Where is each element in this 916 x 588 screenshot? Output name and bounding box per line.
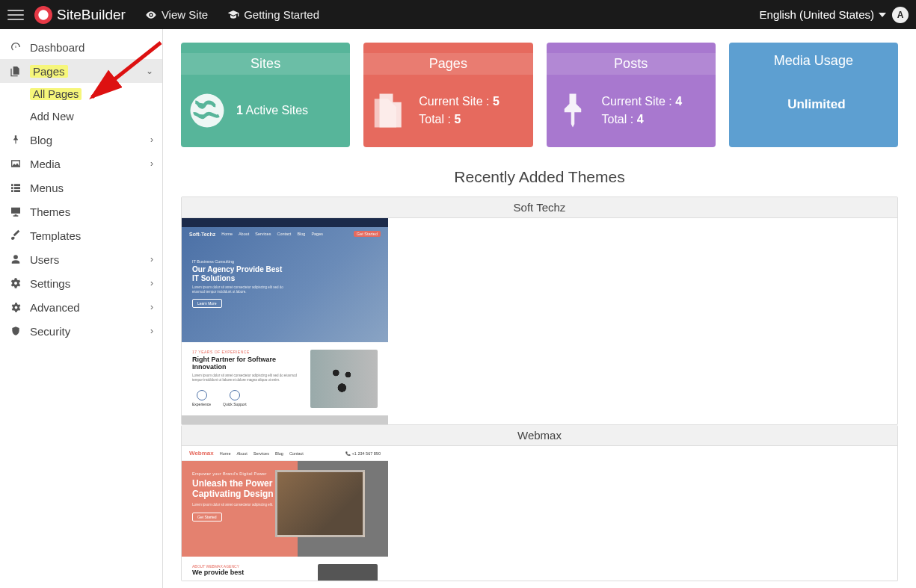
chevron-right-icon: › <box>150 254 153 264</box>
theme-card-webmax[interactable]: Webmax Webmax HomeAboutServicesBlogConta… <box>181 425 898 581</box>
language-selector[interactable]: English (United States) <box>760 8 886 21</box>
thumb-brand: Soft-Techz <box>189 232 215 237</box>
thumb-feat2: Quick Support <box>223 402 247 406</box>
file-icon <box>369 90 410 131</box>
image-icon <box>9 158 22 170</box>
sidebar-item-security[interactable]: Security › <box>0 319 162 343</box>
sidebar-item-label: Advanced <box>30 301 143 314</box>
eye-icon <box>145 9 157 21</box>
thumb-feat1: Experience <box>192 402 211 406</box>
topbar: SiteBuilder View Site Getting Started En… <box>0 0 916 29</box>
chevron-right-icon: › <box>150 278 153 288</box>
theme-name: Webmax <box>182 425 897 446</box>
avatar-initial: A <box>897 10 904 20</box>
chevron-down-icon: ⌄ <box>146 66 153 76</box>
sidebar-item-menus[interactable]: Menus <box>0 176 162 199</box>
sidebar-item-themes[interactable]: Themes <box>0 199 162 223</box>
view-site-label: View Site <box>162 8 208 21</box>
gauge-icon <box>9 41 22 53</box>
pages-current-val: 5 <box>493 95 500 108</box>
sidebar-item-users[interactable]: Users › <box>0 247 162 271</box>
sidebar-item-pages[interactable]: Pages ⌄ <box>0 59 162 83</box>
sidebar: Dashboard Pages ⌄ All Pages Add New Blog… <box>0 29 163 588</box>
pages-total-val: 5 <box>454 113 461 126</box>
sidebar-item-templates[interactable]: Templates <box>0 223 162 247</box>
recently-added-themes-title: Recently Added Themes <box>181 168 898 186</box>
brand-logo-icon <box>34 6 52 24</box>
sidebar-item-label: Security <box>30 325 143 338</box>
theme-thumbnail: Webmax HomeAboutServicesBlogContact 📞 +1… <box>182 446 388 581</box>
graduation-cap-icon <box>227 9 239 21</box>
card-title: Pages <box>363 53 532 75</box>
sidebar-item-label: Media <box>30 158 143 170</box>
sidebar-item-label: Users <box>30 253 143 266</box>
thumb-body-h2: We provide best <box>192 569 309 576</box>
pin-icon <box>553 90 593 131</box>
posts-current-label: Current Site : <box>602 95 672 108</box>
stat-card-media[interactable]: Media Usage Unlimited <box>729 43 898 147</box>
sidebar-item-settings[interactable]: Settings › <box>0 271 162 295</box>
sidebar-subitem-add-new[interactable]: Add New <box>0 105 162 128</box>
thumb-hero-tag: Empower your Brand's Digital Power <box>192 471 287 476</box>
getting-started-label: Getting Started <box>244 8 319 21</box>
sites-active-count: 1 <box>236 104 243 117</box>
sidebar-item-label: Settings <box>30 277 143 290</box>
thumb-brand: Webmax <box>189 450 214 457</box>
monitor-icon <box>9 205 22 217</box>
pages-total-label: Total : <box>419 113 451 126</box>
sidebar-item-dashboard[interactable]: Dashboard <box>0 35 162 59</box>
pages-icon <box>9 65 22 77</box>
chevron-right-icon: › <box>150 134 153 145</box>
stat-card-sites[interactable]: Sites 1 Active Sites <box>181 43 350 147</box>
card-title: Sites <box>181 53 350 75</box>
stat-card-pages[interactable]: Pages Current Site : 5 Total : 5 <box>363 43 532 147</box>
card-title: Media Usage <box>729 53 898 69</box>
sidebar-item-media[interactable]: Media › <box>0 152 162 176</box>
card-title: Posts <box>547 53 716 75</box>
chevron-right-icon: › <box>150 326 153 336</box>
sidebar-item-label: Templates <box>30 229 153 242</box>
theme-name: Soft Techz <box>182 197 897 218</box>
media-value: Unlimited <box>735 95 898 114</box>
posts-total-val: 4 <box>637 113 644 126</box>
gear-icon <box>9 302 22 313</box>
posts-current-val: 4 <box>675 95 682 108</box>
main-content: Sites 1 Active Sites Pages Current Site … <box>163 29 916 588</box>
sidebar-subitem-all-pages[interactable]: All Pages <box>0 83 162 105</box>
thumb-hero-h1: Our Agency Provide Best IT Solutions <box>192 265 289 282</box>
gears-icon <box>9 277 22 289</box>
shield-icon <box>9 326 22 336</box>
pages-current-label: Current Site : <box>419 95 489 108</box>
sidebar-item-label: Dashboard <box>30 41 153 54</box>
thumb-body-eye: 17 YEARS OF EXPERIENCE <box>192 350 301 354</box>
language-label: English (United States) <box>760 8 874 21</box>
brand-name: SiteBuilder <box>57 7 126 23</box>
theme-thumbnail: Soft-Techz HomeAboutServicesContactBlogP… <box>182 218 388 424</box>
sites-active-label: Active Sites <box>245 104 308 117</box>
user-avatar[interactable]: A <box>892 7 909 23</box>
thumb-body-h2: Right Partner for Software Innovation <box>192 356 301 371</box>
sidebar-item-label: Menus <box>30 182 153 194</box>
brand[interactable]: SiteBuilder <box>34 6 126 24</box>
brush-icon <box>9 229 22 241</box>
theme-card-soft-techz[interactable]: Soft Techz Soft-Techz HomeAboutServicesC… <box>181 196 898 425</box>
sidebar-item-label: Themes <box>30 205 153 218</box>
view-site-link[interactable]: View Site <box>145 8 208 21</box>
svg-point-0 <box>191 94 224 128</box>
thumb-hero-tag: IT Business Consulting <box>192 259 289 264</box>
stat-card-posts[interactable]: Posts Current Site : 4 Total : 4 <box>547 43 716 147</box>
getting-started-link[interactable]: Getting Started <box>227 8 319 21</box>
chevron-right-icon: › <box>150 302 153 312</box>
posts-total-label: Total : <box>602 113 634 126</box>
sidebar-item-advanced[interactable]: Advanced › <box>0 295 162 319</box>
chevron-right-icon: › <box>150 158 153 169</box>
pin-icon <box>9 134 22 145</box>
hamburger-menu[interactable] <box>7 7 24 23</box>
sidebar-item-blog[interactable]: Blog › <box>0 128 162 152</box>
sidebar-subitem-label: Add New <box>30 111 74 123</box>
thumb-hero-cta: Learn More <box>192 299 222 308</box>
thumb-hero-h1: Unleash the Power of Captivating Design <box>192 479 287 500</box>
sidebar-subitem-label: All Pages <box>30 88 82 100</box>
thumb-hero-cta: Get Started <box>192 513 222 522</box>
sidebar-item-label: Blog <box>30 134 143 146</box>
